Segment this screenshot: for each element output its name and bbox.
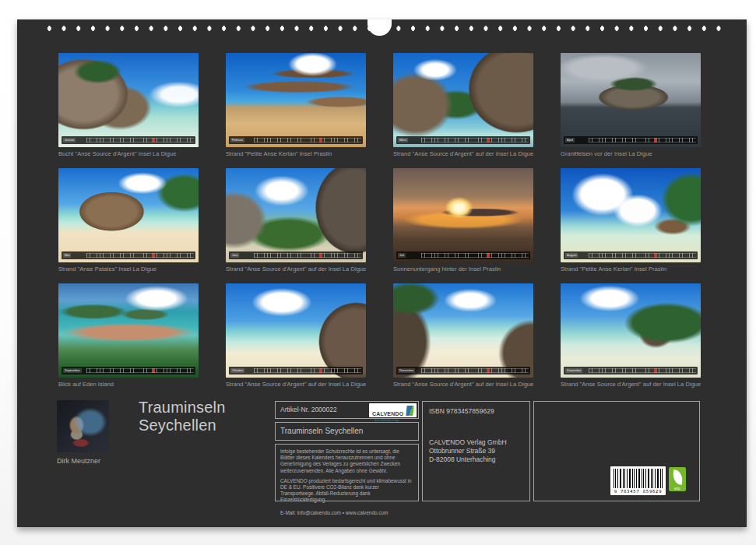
month-photo: April (561, 53, 701, 147)
legal-paragraph: Infolge bestehender Schutzrechte ist es … (280, 448, 413, 474)
calendar-title: Trauminseln Seychellen (139, 399, 226, 434)
photo-caption: Strand "Anse Source d'Argent" auf der In… (393, 150, 533, 157)
calendar-title-small: Trauminseln Seychellen (280, 427, 363, 435)
calendar-month-thumbnail: Juni Strand "Anse Source d'Argent" auf d… (226, 168, 366, 283)
mini-calendar-month-label: April (565, 138, 575, 142)
barcode-digits: 9 783457 859629 (610, 489, 666, 494)
barcode-box: 9 783457 859629 eco (533, 401, 700, 501)
calendar-month-thumbnail: Mai Strand "Anse Patates" Insel La Digue (58, 168, 199, 283)
month-photo: Dezember (561, 283, 701, 378)
mini-calendar-month-label: Oktober (230, 368, 244, 373)
photo-caption: Granitfelsen vor der Insel La Digue (561, 150, 701, 157)
calendar-month-thumbnail: August Strand "Petite Anse Kerlan" Insel… (561, 168, 701, 283)
calendar-month-thumbnail: Juli Sonnenuntergang hinter der Insel Pr… (393, 168, 533, 283)
month-photo: Oktober (226, 283, 366, 378)
calvendo-logo-mark-icon (406, 406, 413, 416)
mini-month-calendar: Juni (229, 251, 363, 259)
publisher-address: CALVENDO Verlag GmbH Ottobrunner Straße … (429, 438, 523, 465)
calendar-month-thumbnail: September Blick auf Eden Island (58, 283, 199, 399)
mini-month-calendar: Mai (62, 251, 195, 259)
month-photo: September (58, 283, 199, 378)
author-photo (57, 400, 109, 452)
calendar-month-thumbnail: Dezember Strand "Anse Source d'Argent" a… (561, 283, 701, 399)
month-photo: Januar (58, 53, 199, 147)
mini-month-calendar: September (62, 367, 195, 374)
leaf-icon (671, 469, 683, 485)
mini-calendar-month-label: Juli (398, 253, 406, 258)
isbn-box: ISBN 9783457859629 CALVENDO Verlag GmbH … (422, 401, 530, 501)
photo-caption: Blick auf Eden Island (58, 381, 199, 388)
photo-caption: Strand "Anse Source d'Argent" auf der In… (561, 381, 701, 388)
calendar-month-thumbnail: Februar Strand "Petite Anse Kerlan" Inse… (226, 53, 366, 168)
mini-calendar-month-label: Mai (63, 253, 71, 258)
month-photo: Mai (58, 168, 199, 262)
mini-month-calendar: August (564, 251, 698, 259)
month-photo: Juni (226, 168, 366, 262)
mini-month-calendar: Dezember (564, 367, 698, 374)
mini-calendar-month-label: Dezember (565, 368, 582, 373)
mini-calendar-month-label: Februar (230, 138, 244, 142)
photo-caption: Strand "Anse Source d'Argent" auf der In… (393, 381, 533, 388)
mini-calendar-month-label: August (565, 253, 578, 258)
eco-logo: eco (669, 467, 686, 491)
legal-paragraph: CALVENDO produziert bedarfsgerecht und k… (280, 478, 413, 504)
thumbnail-grid: Januar Bucht "Anse Source d'Argent" Inse… (58, 53, 701, 399)
legal-text-box: Infolge bestehender Schutzrechte ist es … (275, 444, 419, 501)
mini-calendar-month-label: September (63, 368, 82, 373)
mini-month-calendar: März (396, 136, 530, 144)
photo-caption: Strand "Anse Source d'Argent" auf der In… (226, 265, 366, 272)
month-photo: Februar (226, 53, 366, 147)
month-photo: Juli (393, 168, 533, 262)
photo-caption: Bucht "Anse Source d'Argent" Insel La Di… (58, 150, 199, 157)
month-photo: August (561, 168, 701, 262)
calendar-month-thumbnail: Oktober Strand "Anse Source d'Argent" au… (226, 283, 366, 399)
mini-calendar-month-label: Juni (230, 253, 239, 258)
calendar-month-thumbnail: März Strand "Anse Source d'Argent" auf d… (393, 53, 533, 168)
photo-caption: Sonnenuntergang hinter der Insel Praslin (393, 265, 533, 272)
isbn-barcode: 9 783457 859629 (610, 466, 666, 495)
mini-month-calendar: Juli (396, 251, 530, 259)
photo-caption: Strand "Petite Anse Kerlan" Insel Prasli… (561, 265, 701, 272)
publisher-info-area: Artikel-Nr. 2000022 CALVENDO Dein Kalend… (275, 401, 700, 501)
contact-email-line: E-Mail: info@calvendo.com • www.calvendo… (280, 510, 413, 516)
barcode-bars (614, 469, 663, 488)
mini-month-calendar: Oktober (229, 367, 363, 374)
calendar-month-thumbnail: Januar Bucht "Anse Source d'Argent" Inse… (58, 53, 199, 168)
calendar-title-box: Trauminseln Seychellen (275, 422, 419, 441)
month-photo: März (393, 53, 533, 147)
calvendo-logo: CALVENDO Dein Kalenderverlag (369, 403, 417, 417)
isbn-number: ISBN 9783457859629 (429, 407, 523, 415)
mini-calendar-month-label: März (398, 138, 408, 142)
mini-month-calendar: November (396, 367, 530, 374)
mini-month-calendar: Januar (62, 136, 195, 144)
calendar-month-thumbnail: November Strand "Anse Source d'Argent" a… (393, 283, 533, 399)
mini-month-calendar: Februar (229, 136, 363, 144)
mini-month-calendar: April (564, 136, 698, 144)
calendar-back-panel: Januar Bucht "Anse Source d'Argent" Inse… (17, 19, 747, 527)
photo-caption: Strand "Anse Patates" Insel La Digue (58, 265, 199, 272)
month-photo: November (393, 283, 533, 378)
mini-calendar-month-label: Januar (63, 138, 76, 142)
author-name: Dirk Meutzner (57, 457, 100, 465)
calendar-month-thumbnail: April Granitfelsen vor der Insel La Digu… (561, 53, 701, 168)
article-number: Artikel-Nr. 2000022 (280, 406, 337, 413)
article-number-box: Artikel-Nr. 2000022 CALVENDO Dein Kalend… (275, 401, 419, 419)
eco-label: eco (669, 487, 686, 490)
photo-caption: Strand "Anse Source d'Argent" auf der In… (226, 381, 366, 388)
photo-caption: Strand "Petite Anse Kerlan" Insel Prasli… (226, 150, 366, 157)
mini-calendar-month-label: November (398, 368, 415, 373)
calendar-back-cover: Januar Bucht "Anse Source d'Argent" Inse… (0, 0, 756, 545)
